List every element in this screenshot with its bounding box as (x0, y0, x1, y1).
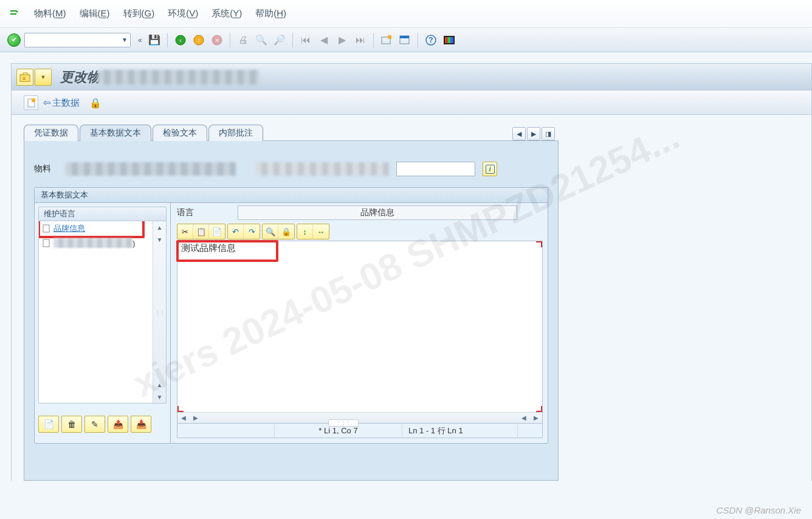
tab-basic-text[interactable]: 基本数据文本 (80, 125, 151, 141)
material-row: 物料 i (34, 162, 548, 176)
save-icon[interactable]: 💾 (147, 33, 162, 47)
redacted-title (98, 70, 259, 84)
scroll-grip[interactable]: ⋮⋮ (155, 246, 165, 379)
scroll-down-icon[interactable]: ▼ (157, 233, 163, 246)
undo-button[interactable]: ↶ (228, 224, 244, 239)
exit-icon[interactable]: ↑ (191, 33, 206, 47)
svg-rect-7 (388, 35, 391, 39)
toolbar-sep (418, 33, 418, 47)
toolbar-sep (167, 33, 168, 47)
info-button[interactable]: i (483, 162, 497, 176)
tab-scroll-left[interactable]: ◀ (512, 127, 526, 140)
lang-buttons: 📄 🗑 ✎ 📤 📥 (38, 416, 167, 433)
additional-data-button[interactable] (24, 95, 38, 110)
svg-text:≡: ≡ (22, 75, 26, 81)
tab-document-data[interactable]: 凭证数据 (24, 125, 78, 141)
app-toolbar: ⇦ 主数据 🔒 (12, 91, 811, 115)
doc-icon (43, 239, 51, 247)
text-editor-frame: 测试品牌信息 ◀ ▶ ⋮⋮⋮ ◀ ▶ (177, 241, 543, 424)
arrow-left-icon: ⇦ (43, 97, 51, 108)
status-modified (177, 424, 275, 438)
svg-rect-9 (400, 36, 409, 38)
paste-button[interactable]: 📄 (209, 224, 225, 239)
save-local-button[interactable]: ↔ (313, 224, 329, 239)
tab-inspection-text[interactable]: 检验文本 (153, 125, 207, 141)
import-lang-button[interactable]: 📥 (131, 416, 151, 433)
find-lock-button[interactable]: 🔒 (278, 224, 294, 239)
tabstrip: 凭证数据 基本数据文本 检验文本 内部批注 ◀ ▶ ◨ (24, 121, 559, 140)
lang-row-label: 品牌信息 (53, 223, 85, 234)
svg-text:↑: ↑ (197, 37, 200, 44)
delete-lang-button[interactable]: 🗑 (61, 416, 82, 433)
scroll-down2-icon[interactable]: ▼ (157, 391, 163, 403)
standard-toolbar: ▼ « 💾 ‹ ↑ ✕ 🖨 🔍 🔎 ⏮ ◀ ▶ ⏭ ? (0, 28, 812, 52)
material-input[interactable] (396, 162, 475, 176)
menu-material[interactable]: 物料(M) (34, 8, 66, 19)
last-page-icon: ⏭ (353, 33, 368, 47)
page-title: 更改物 (60, 68, 100, 86)
tab-scroll-right[interactable]: ▶ (527, 127, 540, 140)
create-lang-button[interactable]: 📄 (38, 416, 59, 433)
menubar: 物料(M) 编辑(E) 转到(G) 环境(V) 系统(Y) 帮助(H) (0, 0, 812, 28)
toolbar-sep (292, 33, 293, 47)
scroll-right-icon[interactable]: ▶ (190, 414, 202, 421)
layout-icon[interactable] (442, 33, 456, 47)
text-editor[interactable]: 测试品牌信息 (177, 241, 542, 412)
dropdown-button[interactable]: ▼ (35, 69, 52, 86)
command-field[interactable]: ▼ (24, 33, 131, 47)
editor-h-scrollbar[interactable]: ◀ ▶ ⋮⋮⋮ ◀ ▶ (177, 412, 542, 423)
lang-scrollbar[interactable]: ▲ ▼ ⋮⋮ ▲ ▼ (153, 221, 166, 403)
menu-edit[interactable]: 编辑(E) (80, 8, 110, 19)
menu-env[interactable]: 环境(V) (168, 8, 198, 19)
menu-goto[interactable]: 转到(G) (123, 8, 155, 19)
svg-rect-13 (445, 37, 448, 43)
svg-text:✕: ✕ (215, 37, 219, 44)
new-session-icon[interactable] (379, 33, 394, 47)
svg-rect-15 (450, 37, 453, 43)
cancel-icon[interactable]: ✕ (210, 33, 224, 47)
chevron-down-icon: ▼ (122, 36, 128, 43)
find-button[interactable]: 🔍 (263, 224, 278, 239)
load-button[interactable]: ↕ (297, 224, 313, 239)
help-icon[interactable]: ? (424, 33, 438, 47)
lang-row-brand[interactable]: 品牌信息 (39, 221, 166, 236)
redo-button[interactable]: ↷ (244, 224, 260, 239)
create-shortcut-icon[interactable] (397, 33, 412, 47)
cut-button[interactable]: ✂ (177, 224, 193, 239)
editor-lang-row: 语言 品牌信息 (177, 205, 543, 220)
chevron-down-icon: ▼ (41, 74, 46, 80)
edit-lang-button[interactable]: ✎ (84, 416, 105, 433)
tab-list-button[interactable]: ◨ (542, 127, 555, 140)
transaction-icon-button[interactable]: ≡ (16, 69, 33, 86)
title-bar: ≡ ▼ 更改物 (12, 64, 811, 91)
svg-rect-19 (32, 98, 35, 102)
editor-lang-label: 语言 (177, 207, 194, 218)
lock-icon[interactable]: 🔒 (89, 97, 102, 109)
enter-button[interactable] (7, 33, 21, 47)
info-icon: i (486, 165, 495, 174)
basic-text-groupbox: 基本数据文本 维护语言 品牌信息 ) (34, 187, 548, 444)
csdn-watermark: CSDN @Ranson.Xie (717, 505, 801, 515)
scroll-left-icon[interactable]: ◀ (177, 414, 190, 421)
svg-rect-14 (447, 37, 450, 43)
print-icon: 🖨 (236, 33, 250, 47)
scroll-grip[interactable]: ⋮⋮⋮ (328, 419, 359, 427)
toolbar-sep (230, 33, 230, 47)
menu-help[interactable]: 帮助(H) (255, 8, 286, 19)
scroll-right2-icon[interactable]: ▶ (530, 414, 542, 421)
scroll-up2-icon[interactable]: ▲ (157, 379, 163, 391)
redacted-label (53, 238, 132, 248)
menu-system[interactable]: 系统(Y) (212, 8, 242, 19)
system-menu-icon[interactable] (9, 8, 21, 20)
lang-list: 品牌信息 ) ▲ ▼ ⋮⋮ ▲ ▼ (38, 221, 167, 404)
main-data-link[interactable]: ⇦ 主数据 (43, 97, 80, 109)
svg-text:‹: ‹ (179, 36, 182, 44)
collapse-icon[interactable]: « (138, 36, 142, 44)
export-lang-button[interactable]: 📤 (108, 416, 128, 433)
copy-button[interactable]: 📋 (193, 224, 209, 239)
scroll-left2-icon[interactable]: ◀ (518, 414, 530, 421)
back-icon[interactable]: ‹ (173, 33, 188, 47)
lang-row-redacted[interactable]: ) (39, 236, 166, 250)
tab-internal-comment[interactable]: 内部批注 (208, 125, 263, 141)
scroll-up-icon[interactable]: ▲ (157, 221, 163, 233)
